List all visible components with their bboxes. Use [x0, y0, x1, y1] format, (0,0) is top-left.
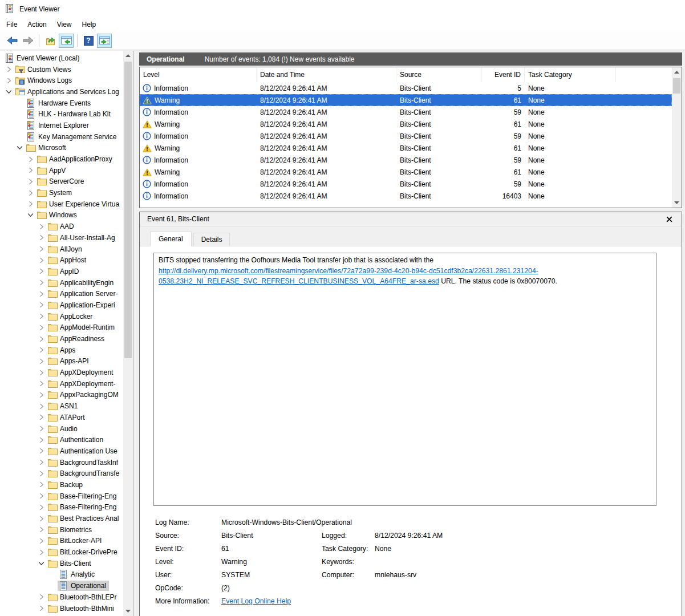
sidebar-item-all-user-install-ag[interactable]: All-User-Install-Ag — [0, 232, 123, 244]
column-header-event-id[interactable]: Event ID — [482, 67, 525, 82]
help-button[interactable]: ? — [81, 34, 96, 48]
scroll-up-icon[interactable] — [672, 67, 682, 77]
chevron-down-icon[interactable] — [36, 559, 47, 568]
sidebar-item-internet-explorer[interactable]: Internet Explorer — [0, 120, 123, 131]
chevron-down-icon[interactable] — [25, 210, 36, 220]
sidebar-item-applicabilityengin[interactable]: ApplicabilityEngin — [0, 277, 123, 289]
events-scrollbar[interactable] — [672, 67, 682, 208]
table-row[interactable]: Warning8/12/2024 9:26:41 AMBits-Client61… — [140, 118, 672, 130]
sidebar-item-hardware-events[interactable]: Hardware Events — [0, 98, 123, 109]
sidebar-item-backgroundtaskinf[interactable]: BackgroundTaskInf — [0, 457, 123, 468]
chevron-right-icon[interactable] — [36, 334, 47, 343]
table-row[interactable]: Information8/12/2024 9:26:41 AMBits-Clie… — [140, 154, 672, 166]
sidebar-item-applocker[interactable]: AppLocker — [0, 311, 123, 322]
chevron-right-icon[interactable] — [36, 233, 47, 242]
chevron-right-icon[interactable] — [36, 413, 47, 422]
chevron-right-icon[interactable] — [36, 525, 47, 534]
menu-view[interactable]: View — [52, 19, 77, 30]
sidebar-item-audio[interactable]: Audio — [0, 423, 123, 435]
sidebar-item-user-experience-virtua[interactable]: User Experience Virtua — [0, 198, 123, 210]
sidebar-item-windows[interactable]: Windows — [0, 210, 123, 221]
chevron-right-icon[interactable] — [25, 177, 36, 186]
sidebar-item-alljoyn[interactable]: AllJoyn — [0, 244, 123, 255]
sidebar-item-appxpackagingom[interactable]: AppxPackagingOM — [0, 390, 123, 401]
sidebar-item-base-filtering-eng[interactable]: Base-Filtering-Eng — [0, 502, 123, 513]
chevron-right-icon[interactable] — [36, 469, 47, 478]
sidebar-item-appxdeployment[interactable]: AppXDeployment — [0, 367, 123, 378]
scroll-up-icon[interactable] — [123, 51, 133, 60]
chevron-right-icon[interactable] — [36, 390, 47, 399]
close-icon[interactable] — [664, 214, 674, 224]
sidebar-item-authentication[interactable]: Authentication — [0, 434, 123, 445]
sidebar-item-analytic[interactable]: Analytic — [0, 569, 123, 581]
chevron-right-icon[interactable] — [36, 379, 47, 388]
tab-general[interactable]: General — [150, 232, 192, 246]
sidebar-item-backup[interactable]: Backup — [0, 479, 123, 491]
table-row[interactable]: Information8/12/2024 9:26:41 AMBits-Clie… — [140, 82, 672, 94]
chevron-right-icon[interactable] — [25, 188, 36, 197]
chevron-right-icon[interactable] — [36, 222, 47, 231]
sidebar-item-hlk-hardware-lab-kit[interactable]: HLK - Hardware Lab Kit — [0, 108, 123, 120]
scroll-down-icon[interactable] — [123, 606, 133, 616]
chevron-right-icon[interactable] — [36, 256, 47, 265]
console-tree-toggle-button[interactable] — [59, 34, 74, 48]
chevron-right-icon[interactable] — [25, 200, 36, 209]
table-row[interactable]: Information8/12/2024 9:26:41 AMBits-Clie… — [140, 130, 672, 142]
sidebar-item-bluetooth-bthmini[interactable]: Bluetooth-BthMini — [0, 603, 123, 614]
chevron-right-icon[interactable] — [36, 480, 47, 489]
column-header-date-and-time[interactable]: Date and Time — [257, 67, 396, 82]
menu-file[interactable]: File — [1, 19, 22, 30]
table-row[interactable]: Information8/12/2024 9:26:41 AMBits-Clie… — [140, 190, 672, 202]
chevron-right-icon[interactable] — [36, 301, 47, 310]
chevron-right-icon[interactable] — [36, 604, 47, 613]
action-pane-toggle-button[interactable] — [97, 34, 112, 48]
table-row[interactable]: Warning8/12/2024 9:26:41 AMBits-Client61… — [140, 166, 672, 178]
event-log-online-help-link[interactable]: Event Log Online Help — [221, 595, 322, 608]
chevron-right-icon[interactable] — [36, 536, 47, 545]
sidebar-item-apps[interactable]: Apps — [0, 345, 123, 356]
chevron-right-icon[interactable] — [25, 155, 36, 164]
sidebar-item-application-server[interactable]: Application Server- — [0, 288, 123, 299]
chevron-right-icon[interactable] — [36, 492, 47, 501]
sidebar-item-bitlocker-drivepre[interactable]: BitLocker-DrivePre — [0, 546, 123, 558]
sidebar-item-operational[interactable]: Operational — [0, 580, 123, 591]
sidebar-item-ataport[interactable]: ATAPort — [0, 412, 123, 423]
sidebar-item-base-filtering-eng[interactable]: Base-Filtering-Eng — [0, 491, 123, 502]
chevron-right-icon[interactable] — [36, 245, 47, 254]
chevron-right-icon[interactable] — [36, 356, 47, 366]
sidebar-item-apps-api[interactable]: Apps-API — [0, 356, 123, 367]
chevron-right-icon[interactable] — [36, 548, 47, 557]
chevron-right-icon[interactable] — [36, 447, 47, 456]
chevron-right-icon[interactable] — [36, 435, 47, 444]
chevron-right-icon[interactable] — [36, 323, 47, 332]
sidebar-item-authentication-use[interactable]: Authentication Use — [0, 445, 123, 457]
chevron-down-icon[interactable] — [3, 87, 14, 96]
table-row[interactable]: Warning8/12/2024 9:26:41 AMBits-Client61… — [140, 94, 672, 106]
sidebar-item-microsoft[interactable]: Microsoft — [0, 143, 123, 154]
sidebar-item-appreadiness[interactable]: AppReadiness — [0, 333, 123, 345]
chevron-right-icon[interactable] — [36, 593, 47, 602]
chevron-right-icon[interactable] — [36, 402, 47, 411]
sidebar-item-aadapplicationproxy[interactable]: AadApplicationProxy — [0, 153, 123, 165]
sidebar-item-system[interactable]: System — [0, 187, 123, 198]
sidebar-item-aad[interactable]: AAD — [0, 221, 123, 232]
chevron-down-icon[interactable] — [14, 143, 25, 152]
menu-action[interactable]: Action — [22, 19, 51, 30]
chevron-right-icon[interactable] — [36, 368, 47, 377]
sidebar-item-apphost[interactable]: AppHost — [0, 254, 123, 266]
chevron-right-icon[interactable] — [36, 312, 47, 321]
chevron-right-icon[interactable] — [3, 76, 14, 85]
chevron-right-icon[interactable] — [3, 65, 14, 74]
forward-button[interactable] — [21, 34, 35, 48]
sidebar-item-best-practices-anal[interactable]: Best Practices Anal — [0, 513, 123, 524]
sidebar-item-backgroundtransfe[interactable]: BackgroundTransfe — [0, 468, 123, 479]
chevron-right-icon[interactable] — [36, 514, 47, 523]
chevron-right-icon[interactable] — [25, 166, 36, 175]
sidebar-item-bits-client[interactable]: Bits-Client — [0, 558, 123, 569]
sidebar-item-appv[interactable]: AppV — [0, 165, 123, 176]
sidebar-item-biometrics[interactable]: Biometrics — [0, 524, 123, 536]
sidebar-item-appxdeployment[interactable]: AppXDeployment- — [0, 378, 123, 390]
open-saved-log-button[interactable] — [43, 34, 58, 48]
sidebar-item-key-management-service[interactable]: Key Management Service — [0, 131, 123, 143]
sidebar-item-servercore[interactable]: ServerCore — [0, 176, 123, 188]
